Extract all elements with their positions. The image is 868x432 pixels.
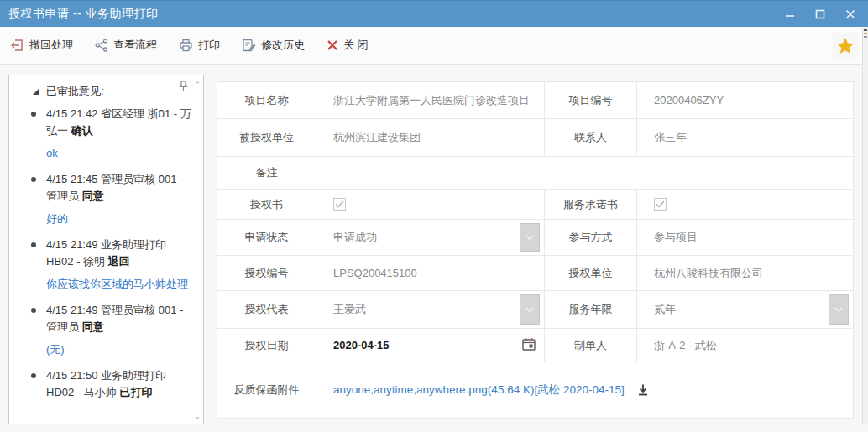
chevron-down-icon <box>834 307 843 312</box>
check-icon <box>656 200 665 208</box>
scroll-up-arrow[interactable]: ⌃ <box>194 81 201 89</box>
field-label-remarks: 备注 <box>217 157 316 190</box>
withdraw-return-icon <box>10 39 24 52</box>
history-label: 修改历史 <box>261 38 305 53</box>
maximize-button[interactable] <box>811 9 829 19</box>
field-label-contact: 联系人 <box>545 119 637 157</box>
field-label-authorization-number: 授权编号 <box>217 256 316 291</box>
approval-text: 4/15 21:45 管理员审核 001 - 管理员 <box>46 173 183 202</box>
tree-expand-icon <box>33 88 39 95</box>
history-button[interactable]: 修改历史 <box>242 38 305 53</box>
window-title: 授权书申请 -- 业务助理打印 <box>8 7 159 22</box>
dropdown-button[interactable] <box>520 294 540 325</box>
close-window-icon <box>845 9 855 19</box>
pin-icon[interactable] <box>179 81 188 96</box>
approvals-header[interactable]: 已审批意见: <box>24 82 191 106</box>
service-years-select[interactable]: 贰年 <box>637 291 853 329</box>
project-name-value: 浙江大学附属第一人民医院门诊改造项目 <box>316 82 545 119</box>
approval-text: 4/15 21:49 管理员审核 001 - 管理员 <box>46 304 183 333</box>
approval-action: 确认 <box>71 124 93 137</box>
view-flow-label: 查看流程 <box>113 38 157 53</box>
close-x-icon <box>327 39 338 51</box>
approval-action: 退回 <box>108 255 130 268</box>
remarks-value[interactable] <box>316 157 853 190</box>
approval-comment: 你应该找你区域的马小帅处理 <box>24 276 191 292</box>
field-label-authorized-unit: 被授权单位 <box>217 119 316 157</box>
field-label-attachment: 反质保函附件 <box>217 362 316 419</box>
approval-comment: 好的 <box>24 211 191 226</box>
bullet-icon <box>31 308 36 313</box>
close-window-button[interactable] <box>841 9 860 19</box>
approval-item: 4/15 21:49 管理员审核 001 - 管理员 同意 <box>24 302 191 336</box>
field-label-authorization-letter: 授权书 <box>217 190 316 220</box>
field-label-representative: 授权代表 <box>217 291 316 329</box>
approval-item: 4/15 21:45 管理员审核 001 - 管理员 同意 <box>24 171 191 205</box>
approval-action: 同意 <box>82 190 104 202</box>
approval-item: 4/15 21:49 业务助理打印 HB02 - 徐明 退回 <box>24 237 191 270</box>
favorite-button[interactable] <box>833 33 858 58</box>
project-number-value: 20200406ZYY <box>637 82 853 119</box>
participation-value: 参与项目 <box>637 220 853 256</box>
field-label-project-name: 项目名称 <box>217 82 316 119</box>
creator-value: 浙-A-2 - 武松 <box>637 329 853 362</box>
authorization-form: 项目名称 浙江大学附属第一人民医院门诊改造项目 项目编号 20200406ZYY… <box>217 81 854 419</box>
authorization-number-value: LPSQ200415100 <box>316 256 545 291</box>
application-status-select[interactable]: 申请成功 <box>316 220 545 256</box>
print-button[interactable]: 打印 <box>179 38 220 53</box>
field-label-service-years: 服务年限 <box>545 291 637 329</box>
attachment-link[interactable]: anyone,anytime,anywhere.png(45.64 K)[武松 … <box>333 383 625 398</box>
print-label: 打印 <box>198 38 220 53</box>
dropdown-button[interactable] <box>520 223 540 252</box>
bullet-icon <box>31 177 36 182</box>
field-label-application-status: 申请状态 <box>217 220 316 256</box>
check-icon <box>335 200 344 208</box>
calendar-icon[interactable] <box>521 336 536 354</box>
approvals-panel: ⌃ ⌄ 已审批意见: 4/15 21:42 省区经理 浙01 - 万弘一 确认 … <box>8 75 204 424</box>
field-label-authorizing-unit: 授权单位 <box>545 256 637 291</box>
minimize-button[interactable] <box>781 9 799 19</box>
chevron-down-icon <box>526 307 534 312</box>
chevron-down-icon <box>526 235 534 240</box>
field-label-creator: 制单人 <box>545 329 637 362</box>
bullet-icon <box>31 112 36 117</box>
bullet-icon <box>31 373 36 378</box>
scroll-down-arrow[interactable]: ⌄ <box>194 412 201 420</box>
representative-select[interactable]: 王爱武 <box>316 291 545 329</box>
star-icon <box>836 37 855 55</box>
withdraw-label: 撤回处理 <box>29 38 73 53</box>
approval-item: 4/15 21:50 业务助理打印 HD02 - 马小帅 已打印 <box>24 367 191 401</box>
approval-text: 4/15 21:49 业务助理打印 HB02 - 徐明 <box>46 238 166 268</box>
contact-value: 张三年 <box>637 119 853 157</box>
service-commitment-checkbox[interactable] <box>654 198 667 211</box>
window-titlebar: 授权书申请 -- 业务助理打印 <box>0 0 868 27</box>
field-label-project-number: 项目编号 <box>545 82 637 119</box>
authorization-letter-checkbox[interactable] <box>333 198 346 211</box>
authorization-date-value: 2020-04-15 <box>333 339 390 351</box>
flow-share-icon <box>95 39 108 52</box>
field-label-authorization-date: 授权日期 <box>217 329 316 362</box>
representative-value: 王爱武 <box>333 302 366 317</box>
approval-action: 同意 <box>82 320 104 333</box>
close-button[interactable]: 关 闭 <box>327 38 369 53</box>
application-status-value: 申请成功 <box>333 230 377 245</box>
maximize-icon <box>815 9 825 19</box>
field-label-participation: 参与方式 <box>545 220 637 256</box>
collapsed-edge-strip[interactable] <box>862 28 868 424</box>
dropdown-button[interactable] <box>829 294 849 325</box>
service-years-value: 贰年 <box>654 302 676 317</box>
close-label: 关 闭 <box>343 38 369 53</box>
authorizing-unit-value: 杭州八骏科技有限公司 <box>637 256 853 291</box>
edit-history-icon <box>242 39 256 52</box>
approval-comment: (无) <box>24 341 191 357</box>
withdraw-button[interactable]: 撤回处理 <box>10 38 73 53</box>
approval-text: 4/15 21:42 省区经理 浙01 - 万弘一 <box>46 107 191 137</box>
printer-icon <box>179 39 193 52</box>
authorized-unit-value: 杭州滨江建设集团 <box>316 119 545 157</box>
authorization-date-field[interactable]: 2020-04-15 <box>316 329 545 362</box>
approval-action: 已打印 <box>119 386 152 398</box>
download-icon[interactable] <box>636 383 650 397</box>
view-flow-button[interactable]: 查看流程 <box>95 38 157 53</box>
approval-item: 4/15 21:42 省区经理 浙01 - 万弘一 确认 <box>24 106 191 139</box>
approval-comment: ok <box>24 145 191 161</box>
field-label-service-commitment: 服务承诺书 <box>545 190 637 220</box>
